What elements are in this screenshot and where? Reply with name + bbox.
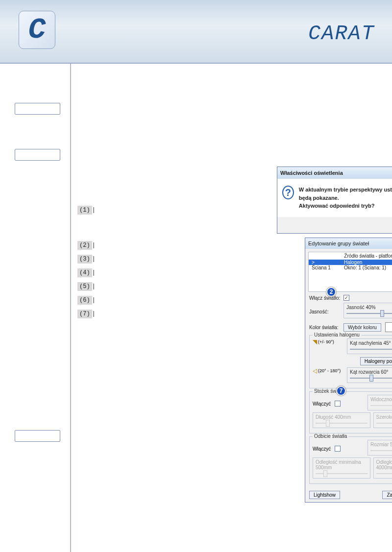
callout-7: 7 bbox=[336, 386, 346, 396]
num-ref-2: (2) bbox=[77, 241, 92, 250]
width-slider: Szerokość 40% bbox=[373, 412, 392, 428]
lighting-properties-dialog: Właściwości oświetlenia ✕ ? W aktualnym … bbox=[277, 167, 392, 234]
page-body: (1)| (2)| (3)| (4)| (5)| (6)| (7)| bbox=[0, 64, 392, 552]
light-source-list[interactable]: Źródło światła - platforma > Halogen Ści… bbox=[308, 252, 392, 292]
light-reflection-group: Odbicie światła Włączyć Rozmiar 50% bbox=[309, 436, 392, 484]
edit-light-group-dialog: Edytowanie grupy świateł ✕ Źródło światł… bbox=[305, 238, 392, 503]
sidebar-field-1[interactable] bbox=[15, 103, 60, 115]
opening-range-label: (20° - 180°) bbox=[318, 368, 341, 373]
sidebar-field-3[interactable] bbox=[15, 430, 60, 442]
callout-2: 2 bbox=[326, 287, 336, 297]
content: (1)| (2)| (3)| (4)| (5)| (6)| (7)| bbox=[71, 64, 392, 552]
enable-light-label: Włącz światło: bbox=[309, 295, 343, 301]
list-item[interactable]: Ściana 1 Okno: 1 (Ściana: 1) bbox=[309, 265, 392, 270]
num-ref-5: (5) bbox=[77, 282, 92, 291]
header-bar: C CARAT bbox=[0, 0, 392, 64]
opening-angle-slider[interactable]: Kąt rozwarcia 60° bbox=[347, 367, 392, 383]
question-icon: ? bbox=[282, 186, 294, 199]
reflection-enable-label: Włączyć bbox=[313, 446, 331, 452]
dialog-title: Właściwości oświetlenia bbox=[280, 170, 343, 176]
halogen-settings-group: Ustawienia halogenu ◥ (+/- 90°) Kąt nach… bbox=[309, 335, 392, 388]
dialog-message: W aktualnym trybie perspektywy ustawieni… bbox=[299, 186, 392, 210]
tilt-angle-slider[interactable]: Kąt nachylenia 45° bbox=[347, 338, 392, 354]
length-slider: Długość 400mm bbox=[313, 412, 370, 428]
enable-light-checkbox[interactable]: ✓ bbox=[343, 295, 349, 301]
tilt-icon: ◥ bbox=[313, 338, 317, 345]
brightness-slider[interactable]: Jasność 40% bbox=[343, 303, 392, 318]
choose-color-button[interactable]: Wybór koloru bbox=[343, 323, 381, 332]
cone-enable-label: Włączyć bbox=[313, 401, 331, 407]
dialog-title-bar: Właściwości oświetlenia ✕ bbox=[277, 167, 392, 179]
num-ref-4: (4) bbox=[77, 268, 92, 277]
color-label: Kolor światła: bbox=[309, 325, 343, 330]
num-ref-7: (7) bbox=[77, 310, 92, 318]
lightshow-button[interactable]: Lightshow bbox=[309, 491, 340, 499]
apply-button[interactable]: Zastosuj bbox=[382, 491, 392, 499]
dialog-title-bar: Edytowanie grupy świateł ✕ bbox=[305, 238, 392, 249]
num-ref-6: (6) bbox=[77, 296, 92, 305]
opening-icon: ◁ bbox=[313, 367, 317, 374]
num-ref-3: (3) bbox=[77, 255, 92, 264]
brightness-label: Jasność: bbox=[309, 309, 343, 314]
size-slider: Rozmiar 50% bbox=[368, 440, 392, 456]
visibility-slider: Widoczność 38% bbox=[368, 395, 392, 410]
sidebar bbox=[0, 64, 71, 552]
recalc-halogens-button[interactable]: Halogeny ponownie obliczyć bbox=[360, 357, 392, 365]
tilt-range-label: (+/- 90°) bbox=[318, 339, 334, 344]
num-ref-1: (1) bbox=[77, 206, 92, 215]
color-swatch[interactable] bbox=[385, 322, 392, 332]
dialog-title: Edytowanie grupy świateł bbox=[308, 240, 369, 246]
reflection-enable-checkbox[interactable] bbox=[335, 446, 341, 452]
sidebar-field-2[interactable] bbox=[15, 149, 60, 161]
min-distance-slider: Odległość minimalna 500mm bbox=[313, 457, 370, 479]
cone-enable-checkbox[interactable] bbox=[335, 401, 341, 407]
list-item-selected[interactable]: > Halogen bbox=[309, 260, 392, 265]
list-header: Źródło światła - platforma bbox=[309, 252, 392, 260]
light-cone-group: Stożek świat 7 Włączyć Widoczność 38% bbox=[309, 391, 392, 433]
max-distance-slider: Odległość maksymalna 4000mm bbox=[373, 457, 392, 479]
logo: C bbox=[19, 11, 55, 49]
brand-label: CARAT bbox=[308, 22, 375, 46]
